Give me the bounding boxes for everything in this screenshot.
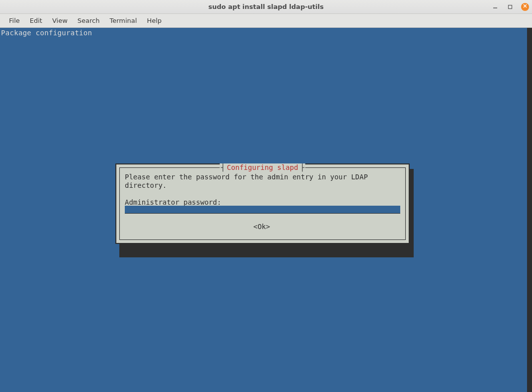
dialog-frame: ┤ Configuring slapd ├ Please enter the p… — [119, 167, 406, 240]
menubar: File Edit View Search Terminal Help — [0, 14, 532, 28]
titlebar: sudo apt install slapd ldap-utils — [0, 0, 532, 14]
window-title: sudo apt install slapd ldap-utils — [208, 3, 324, 10]
menu-edit[interactable]: Edit — [25, 15, 47, 26]
svg-rect-1 — [509, 5, 512, 8]
close-button[interactable] — [521, 3, 529, 11]
title-bracket-left: ┤ — [221, 163, 225, 172]
password-input[interactable] — [125, 206, 400, 214]
dialog-title: Configuring slapd — [225, 163, 300, 172]
dialog-title-wrap: ┤ Configuring slapd ├ — [220, 163, 305, 172]
terminal-area[interactable]: Package configuration ┤ Configuring slap… — [0, 28, 532, 392]
menu-terminal[interactable]: Terminal — [104, 15, 142, 26]
menu-search[interactable]: Search — [73, 15, 105, 26]
menu-help[interactable]: Help — [142, 15, 167, 26]
maximize-button[interactable] — [506, 3, 514, 11]
terminal-header: Package configuration — [1, 29, 92, 37]
ok-button[interactable]: <Ok> — [253, 223, 270, 231]
configure-dialog: ┤ Configuring slapd ├ Please enter the p… — [115, 163, 410, 244]
window-controls — [491, 3, 529, 11]
dialog-body: Please enter the password for the admin … — [120, 168, 405, 207]
minimize-button[interactable] — [491, 3, 499, 11]
dialog-message: Please enter the password for the admin … — [125, 173, 400, 190]
scrollbar[interactable] — [527, 28, 532, 392]
menu-file[interactable]: File — [4, 15, 25, 26]
menu-view[interactable]: View — [47, 15, 73, 26]
title-bracket-right: ├ — [300, 163, 304, 172]
